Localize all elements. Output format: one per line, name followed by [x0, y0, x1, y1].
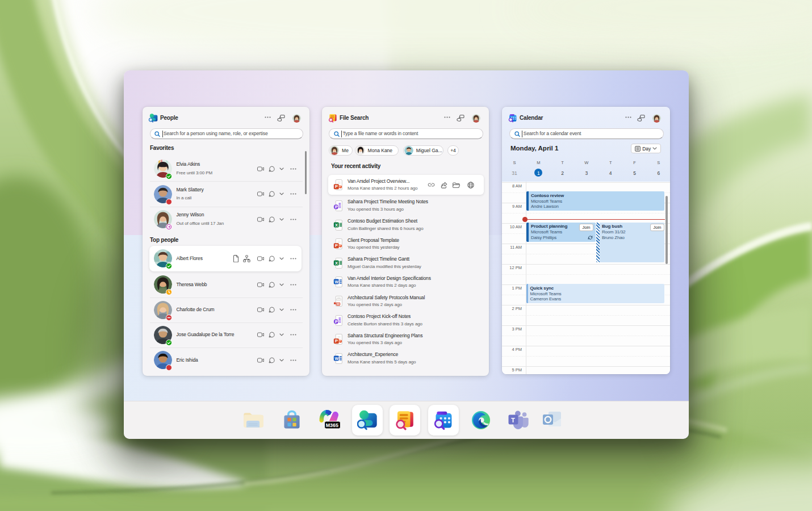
svg-text:T: T [511, 416, 515, 424]
svg-text:P: P [335, 184, 338, 189]
svg-text:W: W [334, 279, 338, 284]
svg-text:X: X [335, 222, 338, 227]
svg-text:M365: M365 [326, 422, 338, 428]
svg-text:P: P [335, 243, 338, 248]
svg-text:P: P [335, 339, 338, 344]
svg-text:X: X [335, 260, 338, 265]
svg-text:W: W [334, 355, 338, 361]
svg-text:P: P [335, 319, 338, 324]
svg-text:P: P [335, 204, 338, 210]
